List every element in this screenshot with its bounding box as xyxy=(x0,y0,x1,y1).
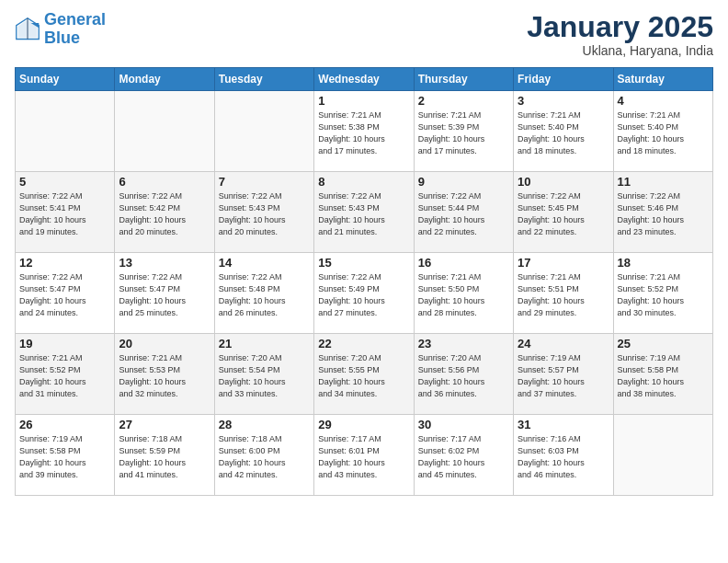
calendar-cell: 6Sunrise: 7:22 AM Sunset: 5:42 PM Daylig… xyxy=(115,172,214,253)
day-number: 11 xyxy=(618,175,709,189)
calendar-cell: 25Sunrise: 7:19 AM Sunset: 5:58 PM Dayli… xyxy=(613,334,712,415)
day-number: 16 xyxy=(418,256,509,270)
header-wednesday: Wednesday xyxy=(314,68,414,91)
day-number: 1 xyxy=(318,94,409,108)
day-info: Sunrise: 7:22 AM Sunset: 5:49 PM Dayligh… xyxy=(318,271,409,319)
day-number: 4 xyxy=(618,94,709,108)
calendar-cell xyxy=(613,415,712,496)
calendar-cell: 11Sunrise: 7:22 AM Sunset: 5:46 PM Dayli… xyxy=(613,172,712,253)
calendar-cell: 20Sunrise: 7:21 AM Sunset: 5:53 PM Dayli… xyxy=(115,334,214,415)
calendar-cell: 24Sunrise: 7:19 AM Sunset: 5:57 PM Dayli… xyxy=(514,334,613,415)
calendar-week-row: 1Sunrise: 7:21 AM Sunset: 5:38 PM Daylig… xyxy=(16,91,713,172)
day-number: 6 xyxy=(119,175,210,189)
day-info: Sunrise: 7:17 AM Sunset: 6:02 PM Dayligh… xyxy=(418,433,509,481)
day-info: Sunrise: 7:19 AM Sunset: 5:58 PM Dayligh… xyxy=(618,352,709,400)
calendar-cell: 15Sunrise: 7:22 AM Sunset: 5:49 PM Dayli… xyxy=(314,253,414,334)
day-number: 20 xyxy=(119,337,210,350)
calendar-cell: 9Sunrise: 7:22 AM Sunset: 5:44 PM Daylig… xyxy=(414,172,513,253)
header: General Blue January 2025 Uklana, Haryan… xyxy=(15,11,713,58)
day-info: Sunrise: 7:20 AM Sunset: 5:56 PM Dayligh… xyxy=(418,352,509,400)
day-number: 21 xyxy=(219,337,310,350)
header-saturday: Saturday xyxy=(613,68,712,91)
header-monday: Monday xyxy=(115,68,214,91)
header-friday: Friday xyxy=(514,68,613,91)
day-info: Sunrise: 7:22 AM Sunset: 5:42 PM Dayligh… xyxy=(119,190,210,238)
day-info: Sunrise: 7:16 AM Sunset: 6:03 PM Dayligh… xyxy=(518,433,609,481)
day-number: 30 xyxy=(418,418,509,431)
day-number: 5 xyxy=(19,175,110,189)
day-info: Sunrise: 7:22 AM Sunset: 5:47 PM Dayligh… xyxy=(119,271,210,319)
calendar-table: Sunday Monday Tuesday Wednesday Thursday… xyxy=(15,67,713,496)
day-number: 31 xyxy=(518,418,609,431)
calendar-cell: 3Sunrise: 7:21 AM Sunset: 5:40 PM Daylig… xyxy=(514,91,613,172)
day-info: Sunrise: 7:18 AM Sunset: 5:59 PM Dayligh… xyxy=(119,433,210,481)
logo-icon xyxy=(15,17,40,42)
calendar-cell: 31Sunrise: 7:16 AM Sunset: 6:03 PM Dayli… xyxy=(514,415,613,496)
day-info: Sunrise: 7:21 AM Sunset: 5:52 PM Dayligh… xyxy=(19,352,110,400)
day-number: 13 xyxy=(119,256,210,270)
day-info: Sunrise: 7:22 AM Sunset: 5:43 PM Dayligh… xyxy=(318,190,409,238)
calendar-cell: 19Sunrise: 7:21 AM Sunset: 5:52 PM Dayli… xyxy=(16,334,115,415)
header-sunday: Sunday xyxy=(16,68,115,91)
day-number: 14 xyxy=(219,256,310,270)
day-number: 29 xyxy=(318,418,409,431)
logo-text: General xyxy=(44,11,106,29)
day-number: 12 xyxy=(19,256,110,270)
day-number: 27 xyxy=(119,418,210,431)
day-number: 24 xyxy=(518,337,609,350)
day-info: Sunrise: 7:21 AM Sunset: 5:53 PM Dayligh… xyxy=(119,352,210,400)
calendar-cell xyxy=(16,91,115,172)
calendar-week-row: 12Sunrise: 7:22 AM Sunset: 5:47 PM Dayli… xyxy=(16,253,713,334)
calendar-cell: 22Sunrise: 7:20 AM Sunset: 5:55 PM Dayli… xyxy=(314,334,414,415)
calendar-week-row: 26Sunrise: 7:19 AM Sunset: 5:58 PM Dayli… xyxy=(16,415,713,496)
subtitle: Uklana, Haryana, India xyxy=(527,43,713,58)
day-number: 8 xyxy=(318,175,409,189)
calendar-cell: 16Sunrise: 7:21 AM Sunset: 5:50 PM Dayli… xyxy=(414,253,513,334)
day-number: 28 xyxy=(219,418,310,431)
calendar-week-row: 19Sunrise: 7:21 AM Sunset: 5:52 PM Dayli… xyxy=(16,334,713,415)
calendar-cell: 14Sunrise: 7:22 AM Sunset: 5:48 PM Dayli… xyxy=(214,253,313,334)
calendar-cell: 17Sunrise: 7:21 AM Sunset: 5:51 PM Dayli… xyxy=(514,253,613,334)
calendar-page: General Blue January 2025 Uklana, Haryan… xyxy=(0,0,728,563)
day-info: Sunrise: 7:20 AM Sunset: 5:55 PM Dayligh… xyxy=(318,352,409,400)
day-info: Sunrise: 7:21 AM Sunset: 5:40 PM Dayligh… xyxy=(618,109,709,157)
day-number: 23 xyxy=(418,337,509,350)
logo-text2: Blue xyxy=(44,29,106,48)
day-info: Sunrise: 7:21 AM Sunset: 5:50 PM Dayligh… xyxy=(418,271,509,319)
calendar-cell xyxy=(115,91,214,172)
day-number: 17 xyxy=(518,256,609,270)
calendar-cell: 23Sunrise: 7:20 AM Sunset: 5:56 PM Dayli… xyxy=(414,334,513,415)
day-number: 25 xyxy=(618,337,709,350)
day-info: Sunrise: 7:22 AM Sunset: 5:47 PM Dayligh… xyxy=(19,271,110,319)
calendar-cell: 18Sunrise: 7:21 AM Sunset: 5:52 PM Dayli… xyxy=(613,253,712,334)
day-info: Sunrise: 7:21 AM Sunset: 5:52 PM Dayligh… xyxy=(618,271,709,319)
day-number: 3 xyxy=(518,94,609,108)
day-number: 10 xyxy=(518,175,609,189)
day-info: Sunrise: 7:20 AM Sunset: 5:54 PM Dayligh… xyxy=(219,352,310,400)
calendar-cell xyxy=(214,91,313,172)
day-info: Sunrise: 7:22 AM Sunset: 5:43 PM Dayligh… xyxy=(219,190,310,238)
day-number: 2 xyxy=(418,94,509,108)
day-info: Sunrise: 7:18 AM Sunset: 6:00 PM Dayligh… xyxy=(219,433,310,481)
calendar-cell: 2Sunrise: 7:21 AM Sunset: 5:39 PM Daylig… xyxy=(414,91,513,172)
calendar-cell: 7Sunrise: 7:22 AM Sunset: 5:43 PM Daylig… xyxy=(214,172,313,253)
day-number: 15 xyxy=(318,256,409,270)
calendar-cell: 21Sunrise: 7:20 AM Sunset: 5:54 PM Dayli… xyxy=(214,334,313,415)
day-info: Sunrise: 7:19 AM Sunset: 5:58 PM Dayligh… xyxy=(19,433,110,481)
day-info: Sunrise: 7:22 AM Sunset: 5:44 PM Dayligh… xyxy=(418,190,509,238)
calendar-cell: 30Sunrise: 7:17 AM Sunset: 6:02 PM Dayli… xyxy=(414,415,513,496)
calendar-cell: 4Sunrise: 7:21 AM Sunset: 5:40 PM Daylig… xyxy=(613,91,712,172)
day-number: 18 xyxy=(618,256,709,270)
header-tuesday: Tuesday xyxy=(214,68,313,91)
day-info: Sunrise: 7:21 AM Sunset: 5:51 PM Dayligh… xyxy=(518,271,609,319)
calendar-cell: 13Sunrise: 7:22 AM Sunset: 5:47 PM Dayli… xyxy=(115,253,214,334)
day-number: 9 xyxy=(418,175,509,189)
day-info: Sunrise: 7:22 AM Sunset: 5:45 PM Dayligh… xyxy=(518,190,609,238)
day-info: Sunrise: 7:21 AM Sunset: 5:40 PM Dayligh… xyxy=(518,109,609,157)
day-number: 19 xyxy=(19,337,110,350)
day-info: Sunrise: 7:17 AM Sunset: 6:01 PM Dayligh… xyxy=(318,433,409,481)
day-info: Sunrise: 7:19 AM Sunset: 5:57 PM Dayligh… xyxy=(518,352,609,400)
calendar-cell: 5Sunrise: 7:22 AM Sunset: 5:41 PM Daylig… xyxy=(16,172,115,253)
calendar-cell: 29Sunrise: 7:17 AM Sunset: 6:01 PM Dayli… xyxy=(314,415,414,496)
calendar-cell: 8Sunrise: 7:22 AM Sunset: 5:43 PM Daylig… xyxy=(314,172,414,253)
